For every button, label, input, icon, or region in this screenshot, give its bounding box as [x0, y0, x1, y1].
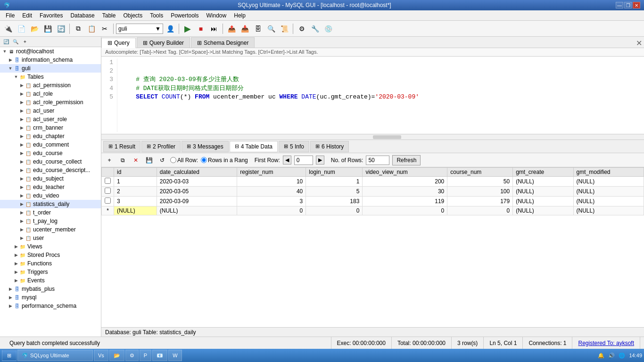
lp-filter-btn[interactable]: 🔍: [11, 38, 20, 46]
result-tab-5[interactable]: ⊞ 5 Info: [279, 141, 309, 152]
acl-perm-expand[interactable]: ▶: [19, 82, 25, 88]
table-row[interactable]: 2 2020-03-05 40 5 30 100 (NULL) (NULL): [102, 187, 644, 197]
tree-db-information-schema[interactable]: ▶ 🗄 information_schema: [0, 56, 101, 64]
execute-btn[interactable]: ▶: [182, 23, 194, 35]
database-dropdown[interactable]: guli ▼: [116, 24, 163, 34]
taskbar-sqlyog[interactable]: 🐬 SQLyog Ultimate: [17, 350, 93, 361]
settings-btn[interactable]: ⚙: [296, 23, 308, 35]
tree-table-edu-course-collect[interactable]: ▶ 📋 edu_course_collect: [0, 157, 101, 166]
menu-table[interactable]: Table: [99, 11, 120, 20]
first-row-input[interactable]: [294, 156, 313, 165]
menu-file[interactable]: File: [2, 11, 18, 20]
refresh-btn[interactable]: 🔄: [55, 23, 67, 35]
user-btn[interactable]: 👤: [164, 23, 176, 35]
row-2-checkbox[interactable]: [102, 187, 114, 197]
rows-in-range-option[interactable]: Rows in a Rang: [201, 157, 248, 164]
open-btn[interactable]: 📂: [28, 23, 41, 35]
menu-help[interactable]: Help: [230, 11, 249, 20]
menu-tools[interactable]: Tools: [146, 11, 167, 20]
table-row-new[interactable]: * (NULL) (NULL) 0 0 0 0 (NULL) (NULL): [102, 206, 644, 215]
tables-expand[interactable]: ▼: [13, 74, 19, 80]
tab-query-builder[interactable]: ⊞ Query Builder: [137, 37, 190, 48]
tree-table-edu-comment[interactable]: ▶ 📋 edu_comment: [0, 140, 101, 149]
guli-expand[interactable]: ▼: [8, 66, 13, 71]
prev-page-btn[interactable]: ◀: [283, 156, 291, 165]
query-content-area[interactable]: # 查询 2020-03-09有多少注册人数 # DATE获取日期时间格式里面日…: [117, 58, 642, 132]
cut-btn[interactable]: ✂: [99, 23, 111, 35]
tree-table-crm-banner[interactable]: ▶ 📋 crm_banner: [0, 123, 101, 132]
taskbar-app-6[interactable]: W: [168, 350, 182, 361]
tree-table-t-order[interactable]: ▶ 📋 t_order: [0, 208, 101, 217]
tree-folder-tables[interactable]: ▼ 📁 Tables: [0, 73, 101, 81]
data-table-wrapper[interactable]: id date_calculated register_num login_nu…: [101, 167, 644, 327]
tree-root[interactable]: ▼ 🖥 root@localhost: [0, 47, 101, 56]
lp-refresh-btn[interactable]: 🔄: [2, 38, 10, 46]
tree-db-performance-schema[interactable]: ▶ 🗄 performance_schema: [0, 302, 101, 310]
th-login-num[interactable]: login_num: [306, 168, 363, 177]
result-tab-6[interactable]: ⊞ 6 History: [310, 141, 349, 152]
no-of-rows-input[interactable]: [366, 156, 389, 165]
tree-table-user[interactable]: ▶ 📋 user: [0, 234, 101, 242]
taskbar-network[interactable]: 🌐: [619, 353, 625, 359]
tree-table-edu-teacher[interactable]: ▶ 📋 edu_teacher: [0, 183, 101, 191]
close-tab-btn[interactable]: ✕: [636, 39, 642, 48]
tree-folder-events[interactable]: ▶ 📁 Events: [0, 276, 101, 285]
new-connection-btn[interactable]: 🔌: [2, 23, 14, 35]
row-3-checkbox[interactable]: [102, 197, 114, 206]
rtb-cancel-btn[interactable]: ↺: [157, 155, 167, 165]
tab-query[interactable]: ⊞ Query: [101, 38, 136, 48]
search-btn[interactable]: 🔍: [265, 23, 277, 35]
taskbar-app-4[interactable]: P: [140, 350, 151, 361]
menu-favorites[interactable]: Favorites: [36, 11, 66, 20]
paste-btn[interactable]: 📋: [85, 23, 98, 35]
refresh-button[interactable]: Refresh: [392, 155, 421, 165]
menu-powertools[interactable]: Powertools: [167, 11, 202, 20]
tree-db-mybatis-plus[interactable]: ▶ 🗄 mybatis_plus: [0, 285, 101, 293]
th-video-view-num[interactable]: video_view_num: [363, 168, 447, 177]
root-expand[interactable]: ▼: [2, 49, 8, 54]
new-query-btn[interactable]: 📄: [15, 23, 27, 35]
tree-folder-triggers[interactable]: ▶ 📁 Triggers: [0, 268, 101, 276]
tree-table-edu-course-descript[interactable]: ▶ 📋 edu_course_descript...: [0, 166, 101, 174]
history-btn[interactable]: 📜: [278, 23, 290, 35]
query-editor[interactable]: 1 2 3 4 5 # 查询 2020-03-09有多少注册人数 # DATE获…: [101, 57, 644, 134]
import-btn[interactable]: 📥: [239, 23, 251, 35]
th-gmt-create[interactable]: gmt_create: [513, 168, 573, 177]
save-btn[interactable]: 💾: [41, 23, 54, 35]
tree-table-t-pay-log[interactable]: ▶ 📋 t_pay_log: [0, 217, 101, 225]
tree-table-statistics-daily[interactable]: ▶ 📋 statistics_daily: [0, 200, 101, 208]
th-course-num[interactable]: course_num: [447, 168, 513, 177]
result-tab-4[interactable]: ⊟ 4 Table Data: [230, 141, 278, 152]
menu-objects[interactable]: Objects: [119, 11, 146, 20]
table-row[interactable]: 3 2020-03-09 3 183 119 179 (NULL) (NULL): [102, 197, 644, 206]
taskbar-app-1[interactable]: Vs: [94, 350, 108, 361]
table-row[interactable]: 1 2020-03-03 10 1 200 50 (NULL) (NULL): [102, 177, 644, 187]
tree-table-acl-permission[interactable]: ▶ 📋 acl_permission: [0, 81, 101, 90]
all-rows-option[interactable]: All Row:: [170, 157, 198, 164]
taskbar-volume[interactable]: 🔊: [608, 353, 615, 359]
stop-btn[interactable]: ■: [195, 23, 207, 35]
result-tab-1[interactable]: ⊞ 1 Result: [103, 141, 140, 152]
schema-btn[interactable]: 🔧: [309, 23, 321, 35]
copy-btn[interactable]: ⧉: [72, 23, 84, 35]
row-new-id[interactable]: (NULL): [114, 206, 157, 215]
lp-add-btn[interactable]: +: [21, 38, 29, 46]
tree-folder-functions[interactable]: ▶ 📁 Functions: [0, 259, 101, 268]
taskbar-notifications[interactable]: 🔔: [598, 353, 604, 359]
th-register-num[interactable]: register_num: [237, 168, 306, 177]
tree-table-acl-user[interactable]: ▶ 📋 acl_user: [0, 107, 101, 115]
th-gmt-modified[interactable]: gmt_modified: [573, 168, 644, 177]
tree-table-acl-role-permission[interactable]: ▶ 📋 acl_role_permission: [0, 98, 101, 107]
tree-table-acl-user-role[interactable]: ▶ 📋 acl_user_role: [0, 115, 101, 123]
rtb-copy-btn[interactable]: ⧉: [117, 155, 128, 165]
menu-database[interactable]: Database: [66, 11, 98, 20]
tree-table-edu-course[interactable]: ▶ 📋 edu_course: [0, 149, 101, 157]
tree-folder-stored-procs[interactable]: ▶ 📁 Stored Procs: [0, 251, 101, 259]
table-btn[interactable]: 🗄: [252, 23, 264, 35]
rows-in-range-radio[interactable]: [201, 157, 207, 163]
minimize-button[interactable]: —: [616, 2, 623, 8]
tree-folder-views[interactable]: ▶ 📁 Views: [0, 242, 101, 251]
rtb-save-btn[interactable]: 💾: [144, 155, 154, 165]
menu-window[interactable]: Window: [203, 11, 231, 20]
row-new-date[interactable]: (NULL): [157, 206, 237, 215]
